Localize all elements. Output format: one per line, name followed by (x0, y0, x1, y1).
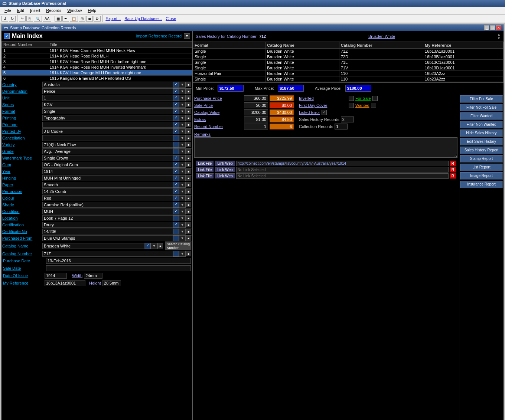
sale-price-left[interactable] (244, 102, 268, 108)
sale-date-input[interactable] (46, 265, 191, 271)
tb-b3[interactable]: 📋 (70, 16, 78, 22)
field-checkbox[interactable] (173, 142, 179, 148)
field-value[interactable] (42, 222, 173, 228)
field-checkbox[interactable] (173, 188, 179, 194)
scroll-up-btn[interactable]: ▲ (497, 33, 501, 36)
width-input[interactable] (84, 273, 102, 279)
field-btn[interactable]: ■ (186, 82, 192, 88)
field-checkbox[interactable] (173, 251, 179, 257)
field-label[interactable]: Format (2, 109, 42, 114)
tb-b5[interactable]: ◙ (86, 16, 93, 22)
link-web-2[interactable]: Link Web (215, 167, 235, 173)
field-dropdown[interactable]: ▼ (179, 95, 186, 101)
catalog-search-btn[interactable]: Search CatalogNumber (165, 242, 192, 250)
sale-price-label[interactable]: Sale Price (194, 103, 242, 108)
field-btn[interactable]: ■ (186, 195, 192, 201)
field-btn[interactable]: ■ (186, 102, 192, 108)
field-dropdown[interactable]: ▼ (179, 222, 186, 228)
field-btn[interactable]: ■ (186, 115, 192, 121)
field-value[interactable] (42, 128, 173, 134)
date-issue-input[interactable] (45, 273, 67, 279)
field-value[interactable] (42, 95, 173, 101)
field-label[interactable]: Colour (2, 196, 42, 200)
field-value[interactable] (42, 82, 173, 88)
field-dropdown[interactable]: ▼ (151, 243, 157, 249)
field-label[interactable]: Location (2, 216, 42, 220)
right-action-button[interactable]: Filter Not For Sale (460, 104, 503, 111)
link-web-1[interactable]: Link Web (215, 161, 235, 166)
tb-b4[interactable]: ⊞ (79, 16, 85, 22)
sales-table-row[interactable]: Single Brusden White 72D 16b13B1az0001 (193, 54, 504, 60)
right-action-button[interactable]: Filter For Sale (460, 95, 503, 103)
tb-copy[interactable]: ⎘ (26, 16, 33, 22)
field-label[interactable]: Variety (2, 142, 42, 147)
link-r-2[interactable]: R (450, 167, 456, 173)
right-action-button[interactable]: Sales History Report (460, 147, 503, 154)
field-dropdown[interactable]: ▼ (179, 135, 186, 141)
field-dropdown[interactable]: ▼ (179, 148, 186, 154)
sales-table-row[interactable]: Single Brusden White 71Z 16b13A1az0001 (193, 49, 504, 54)
inverted-label[interactable]: Inverted (299, 96, 347, 101)
field-value[interactable] (42, 88, 173, 94)
menu-file[interactable]: File (1, 7, 14, 13)
field-value[interactable] (42, 102, 173, 108)
field-btn[interactable]: ■ (186, 95, 192, 101)
field-label[interactable]: Watermark Type (2, 156, 42, 160)
field-checkbox[interactable] (173, 222, 179, 228)
field-label[interactable]: Unit (2, 96, 42, 100)
purchase-price-left[interactable] (244, 95, 268, 101)
minimize-button[interactable]: _ (484, 25, 489, 30)
record-num-left[interactable] (244, 124, 268, 129)
main-dropdown-arrow[interactable]: ▼ (184, 33, 190, 39)
field-label[interactable]: Shade (2, 203, 42, 207)
field-btn[interactable]: ■ (186, 108, 192, 114)
sales-history-records-value[interactable] (341, 117, 354, 122)
field-value[interactable] (42, 202, 173, 208)
field-checkbox[interactable] (173, 102, 179, 108)
link-r-3[interactable]: R (450, 173, 456, 179)
field-btn[interactable]: ■ (186, 155, 192, 161)
field-checkbox[interactable] (173, 215, 179, 221)
field-label[interactable]: Cancellation (2, 136, 42, 140)
table-row[interactable]: 61915 Kangaroo Emerald MLH Perforated OS (2, 76, 192, 81)
field-checkbox[interactable] (173, 155, 179, 161)
field-dropdown[interactable]: ▼ (179, 155, 186, 161)
purchase-price-label[interactable]: Purchase Price (194, 96, 242, 101)
field-dropdown[interactable]: ▼ (179, 88, 186, 94)
field-dropdown[interactable]: ▼ (179, 162, 186, 168)
field-btn[interactable]: ■ (186, 222, 192, 228)
right-action-button[interactable]: Filter Non Wanted (460, 121, 503, 128)
field-checkbox[interactable] (173, 168, 179, 174)
field-value[interactable] (42, 243, 145, 249)
field-dropdown[interactable]: ▼ (179, 215, 186, 221)
field-btn[interactable]: ■ (186, 202, 192, 208)
listed-error-checkbox[interactable] (322, 110, 327, 115)
date-issue-label[interactable]: Date Of Issue (3, 273, 43, 278)
purchase-date-input[interactable] (46, 258, 191, 264)
my-reference-label[interactable]: My Reference (3, 281, 43, 285)
field-dropdown[interactable]: ▼ (179, 202, 186, 208)
collection-records-value[interactable] (335, 124, 348, 129)
field-btn[interactable]: ■ (186, 168, 192, 174)
field-label[interactable]: Year (2, 169, 42, 174)
field-checkbox[interactable] (173, 122, 179, 128)
field-value[interactable] (42, 235, 173, 241)
field-btn[interactable]: ■ (186, 209, 192, 214)
table-row[interactable]: 51914 KGV Head Orange MLH Dot before rig… (2, 70, 192, 76)
link-web-3[interactable]: Link Web (215, 173, 235, 179)
field-value[interactable] (42, 182, 173, 188)
tb-close[interactable]: Close (164, 16, 177, 21)
field-btn[interactable]: ■ (186, 88, 192, 94)
field-value[interactable] (42, 175, 173, 181)
sales-table-row[interactable]: Single Brusden White 71V 16b13D1az0001 (193, 65, 504, 71)
field-dropdown[interactable]: ▼ (179, 195, 186, 201)
field-dropdown[interactable]: ▼ (179, 115, 186, 121)
field-dropdown[interactable]: ▼ (179, 102, 186, 108)
link-r-1[interactable]: R (450, 161, 456, 166)
field-checkbox[interactable] (173, 115, 179, 121)
field-label[interactable]: Certification (2, 223, 42, 227)
field-checkbox[interactable] (173, 209, 179, 214)
field-value[interactable] (42, 188, 173, 194)
field-label[interactable]: Series (2, 102, 42, 107)
tb-export[interactable]: Export... (104, 16, 122, 21)
